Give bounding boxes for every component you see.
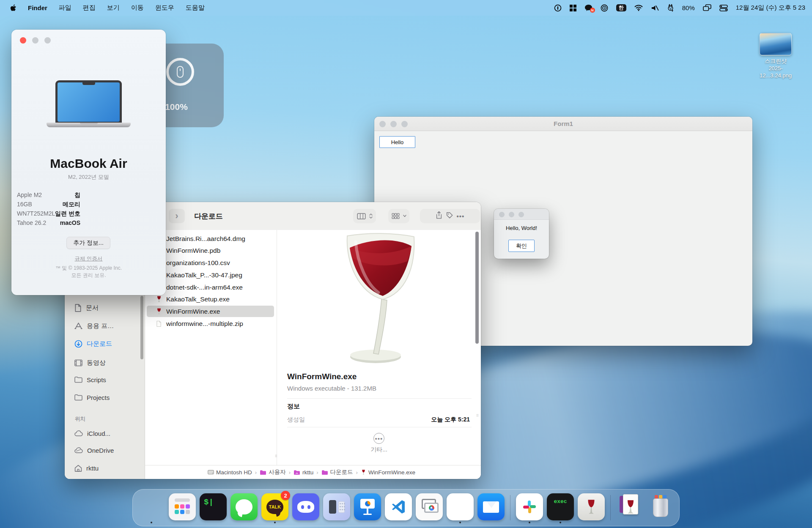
divider bbox=[287, 427, 472, 427]
zoom-button[interactable] bbox=[401, 121, 408, 127]
menu-go[interactable]: 이동 bbox=[131, 4, 144, 12]
hello-button[interactable]: Hello bbox=[379, 136, 415, 148]
path-file[interactable]: WinFormWine.exe bbox=[361, 469, 415, 476]
dock-mail-icon[interactable] bbox=[477, 492, 505, 523]
sidebar-item-icloud[interactable]: iCloud... bbox=[71, 427, 140, 440]
dock-kakaotalk-icon[interactable]: 2 TALK bbox=[261, 492, 288, 523]
sidebar-item-documents[interactable]: 문서 bbox=[71, 301, 140, 315]
tag-button[interactable] bbox=[446, 211, 453, 221]
windows-grid-icon[interactable] bbox=[570, 5, 576, 11]
about-this-mac-window: MacBook Air M2, 2022년 모델 칩 Apple M2 메모리 … bbox=[11, 30, 166, 295]
minimize-button[interactable] bbox=[32, 37, 38, 44]
dock-exec-icon[interactable]: exec bbox=[547, 492, 574, 523]
kakao-n-badge: N bbox=[590, 8, 595, 13]
finder-path-bar: Macintosh HD › 사용자 › rkttu › 다운로드 › WinF… bbox=[145, 465, 481, 479]
battery-percent[interactable]: 80% bbox=[682, 4, 695, 11]
forward-button[interactable]: › bbox=[169, 209, 185, 223]
control-center-icon[interactable] bbox=[719, 5, 728, 11]
path-macintosh-hd[interactable]: Macintosh HD bbox=[208, 469, 252, 476]
menu-file[interactable]: 파일 bbox=[59, 4, 71, 12]
preview-info-header: 정보 bbox=[287, 402, 300, 410]
finder-location-title: 다운로드 bbox=[194, 211, 223, 221]
dock-terminal-icon[interactable]: $| bbox=[200, 492, 227, 523]
menu-edit[interactable]: 편집 bbox=[83, 4, 96, 12]
ok-button[interactable]: 확인 bbox=[508, 240, 535, 252]
sidebar-item-projects[interactable]: Projects bbox=[71, 391, 140, 404]
form1-titlebar[interactable]: Form1 bbox=[374, 117, 752, 131]
kakao-chat-status-icon[interactable]: N bbox=[584, 4, 593, 11]
dock-vscode-icon[interactable] bbox=[385, 492, 412, 523]
ollama-icon[interactable] bbox=[667, 4, 674, 12]
file-row[interactable]: dotnet-sdk-...in-arm64.exe bbox=[147, 282, 274, 293]
pane-resize-grip[interactable]: ⠿ bbox=[476, 415, 480, 419]
volume-mute-icon[interactable] bbox=[651, 5, 659, 11]
group-by-button[interactable] bbox=[388, 209, 409, 223]
display-mirroring-icon[interactable] bbox=[703, 4, 711, 11]
file-row[interactable]: winformwine...-multiple.zip bbox=[147, 318, 274, 329]
minimize-button[interactable] bbox=[509, 212, 514, 217]
close-button[interactable] bbox=[20, 37, 26, 44]
more-info-button[interactable]: 추가 정보... bbox=[66, 237, 110, 249]
preview-more[interactable]: ••• 기타... bbox=[277, 433, 481, 454]
menu-bar: Finder 파일 편집 보기 이동 윈도우 도움말 N 한 80% bbox=[0, 0, 812, 16]
menu-view[interactable]: 보기 bbox=[107, 4, 120, 12]
more-actions-button[interactable]: ••• bbox=[457, 213, 465, 220]
file-row[interactable]: JetBrains.Ri...aarch64.dmg bbox=[147, 233, 274, 244]
running-indicator bbox=[529, 522, 530, 523]
regulatory-link[interactable]: 규제 인증서 bbox=[11, 255, 166, 263]
menu-app-name[interactable]: Finder bbox=[28, 4, 47, 11]
path-downloads[interactable]: 다운로드 bbox=[321, 468, 353, 476]
dock-chrome-remote-desktop-icon[interactable] bbox=[416, 492, 443, 523]
sidebar-item-movies[interactable]: 동영상 bbox=[71, 356, 140, 369]
wifi-icon[interactable] bbox=[634, 5, 643, 11]
file-row[interactable]: KakaoTalk_P...-30-47.jpeg bbox=[147, 269, 274, 281]
dialog-titlebar[interactable] bbox=[494, 209, 549, 220]
path-home[interactable]: rkttu bbox=[294, 469, 313, 476]
zoom-button[interactable] bbox=[44, 37, 51, 44]
path-users[interactable]: 사용자 bbox=[260, 468, 286, 476]
desktop-screenshot-file[interactable]: 스크린샷 2025-12...3.24.png bbox=[755, 33, 796, 79]
sidebar-item-onedrive[interactable]: OneDrive bbox=[71, 443, 140, 457]
zoom-button[interactable] bbox=[518, 212, 524, 217]
input-source-icon[interactable]: 한 bbox=[616, 4, 626, 11]
airplay-receiver-icon[interactable] bbox=[601, 4, 608, 12]
dock-slack-icon[interactable] bbox=[516, 492, 543, 523]
sidebar-item-applications[interactable]: 응용 프… bbox=[71, 319, 140, 333]
menu-window[interactable]: 윈도우 bbox=[155, 4, 174, 12]
minimize-button[interactable] bbox=[390, 121, 397, 127]
dock-iphone-mirroring-icon[interactable] bbox=[323, 492, 350, 523]
divider bbox=[287, 398, 472, 399]
preview-scrollbar[interactable] bbox=[475, 232, 479, 344]
dock-trash-icon[interactable] bbox=[647, 492, 674, 523]
menu-help[interactable]: 도움말 bbox=[186, 4, 205, 12]
running-indicator bbox=[151, 522, 152, 523]
close-button[interactable] bbox=[499, 212, 505, 217]
appstore-icon bbox=[74, 322, 82, 330]
close-button[interactable] bbox=[379, 121, 386, 127]
dock-launchpad-icon[interactable] bbox=[169, 492, 196, 523]
dock-winformwine-document-icon[interactable] bbox=[616, 492, 643, 523]
sidebar-item-home-rkttu[interactable]: rkttu bbox=[71, 461, 140, 475]
dock-wine-icon[interactable] bbox=[578, 492, 605, 523]
dock-finder-icon[interactable] bbox=[138, 492, 165, 523]
dock-discord-icon[interactable] bbox=[292, 492, 319, 523]
battery-ring bbox=[166, 58, 194, 86]
file-row[interactable]: organizations-100.csv bbox=[147, 257, 274, 268]
dock-windows-app-icon[interactable] bbox=[447, 492, 474, 523]
dock-messages-icon[interactable] bbox=[230, 492, 258, 523]
screenshot-name-line2: 2025-12...3.24.png bbox=[755, 65, 796, 79]
dock-keynote-icon[interactable] bbox=[354, 492, 381, 523]
file-row-selected[interactable]: WinFormWine.exe bbox=[147, 306, 274, 317]
apple-menu-icon[interactable] bbox=[10, 4, 16, 12]
share-button[interactable] bbox=[436, 211, 442, 221]
sidebar-scrollbar[interactable] bbox=[140, 296, 143, 359]
file-row[interactable]: KakaoTalk_Setup.exe bbox=[147, 293, 274, 305]
screenshot-name-line1: 스크린샷 bbox=[755, 58, 796, 65]
file-row[interactable]: WinFormWine.pdb bbox=[147, 245, 274, 256]
cloud-icon bbox=[74, 430, 83, 436]
column-view-button[interactable] bbox=[353, 209, 376, 223]
menu-clock[interactable]: 12월 24일 (수) 오후 5 23 bbox=[736, 4, 805, 12]
sidebar-item-downloads[interactable]: 다운로드 bbox=[71, 337, 140, 350]
sidebar-item-scripts[interactable]: Scripts bbox=[71, 373, 140, 386]
one-password-icon[interactable] bbox=[554, 4, 562, 12]
